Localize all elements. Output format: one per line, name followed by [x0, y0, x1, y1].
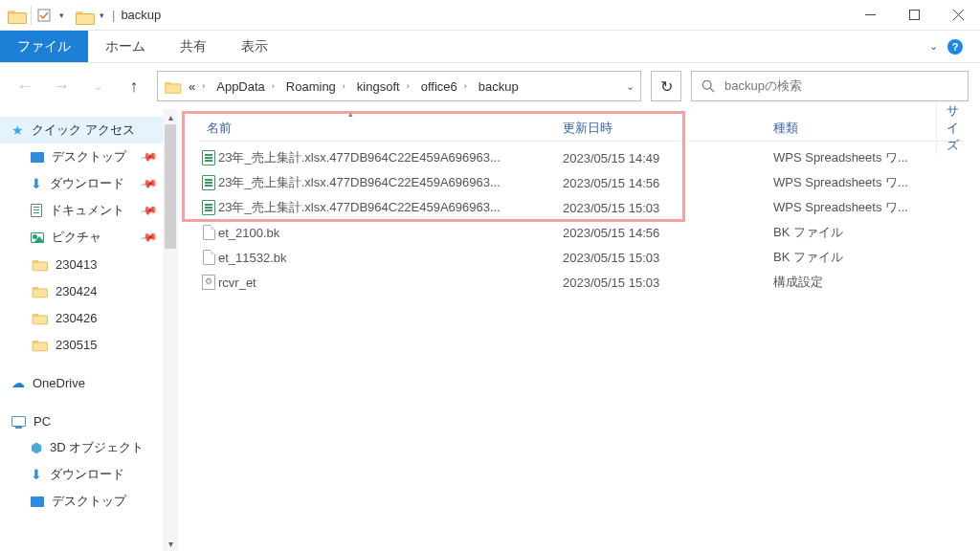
sort-indicator-icon: ▴: [341, 109, 360, 117]
nav-forward-button[interactable]: →: [48, 73, 75, 99]
downloads-icon: ⬇: [31, 467, 42, 482]
cube-icon: ⬢: [31, 440, 42, 455]
navbar: ← → ⌄ ↑ «› AppData› Roaming› kingsoft› o…: [0, 63, 980, 109]
folder-icon: [33, 339, 46, 349]
file-icon: [199, 250, 218, 265]
desktop-icon: [31, 496, 44, 507]
checkbox-icon[interactable]: [37, 9, 51, 22]
address-dropdown-icon[interactable]: ⌄: [626, 80, 635, 93]
sidebar-folder-1[interactable]: 230424: [0, 277, 177, 304]
file-type: 構成設定: [773, 274, 936, 291]
file-name: et_11532.bk: [218, 251, 563, 265]
address-folder-icon: [165, 80, 179, 92]
sidebar-downloads-2[interactable]: ⬇ダウンロード: [0, 461, 177, 488]
ribbon-file-tab[interactable]: ファイル: [0, 31, 88, 62]
ribbon-tab-view[interactable]: 表示: [224, 31, 285, 62]
svg-line-6: [710, 88, 714, 92]
file-date: 2023/05/15 14:56: [563, 226, 716, 240]
file-row[interactable]: et_2100.bk2023/05/15 14:56BK ファイル: [199, 220, 965, 245]
cloud-icon: ☁: [11, 375, 25, 390]
folder-icon: [33, 312, 46, 322]
file-date: 2023/05/15 15:03: [563, 276, 716, 290]
breadcrumb-backup[interactable]: backup: [475, 79, 523, 94]
documents-icon: [31, 204, 42, 217]
scroll-thumb[interactable]: [165, 124, 176, 249]
folder-icon: [33, 285, 46, 296]
folder-icon: [33, 258, 46, 269]
help-icon[interactable]: ?: [947, 39, 963, 55]
sidebar-desktop[interactable]: デスクトップ📌: [0, 143, 177, 170]
pin-icon: 📌: [139, 174, 158, 193]
file-row[interactable]: et_11532.bk2023/05/15 15:03BK ファイル: [199, 245, 965, 270]
maximize-button[interactable]: [892, 0, 936, 30]
breadcrumb-appdata[interactable]: AppData›: [212, 79, 278, 94]
breadcrumb-roaming[interactable]: Roaming›: [282, 79, 349, 94]
titlebar: ▾ ▾ | backup: [0, 0, 980, 31]
nav-history-dropdown[interactable]: ⌄: [84, 73, 111, 99]
file-row[interactable]: rcvr_et2023/05/15 15:03構成設定: [199, 270, 965, 295]
scroll-up-icon[interactable]: ▴: [163, 109, 178, 124]
pin-icon: 📌: [139, 228, 158, 247]
close-button[interactable]: [936, 0, 980, 30]
file-type: BK ファイル: [773, 249, 936, 266]
file-name: rcvr_et: [218, 276, 563, 290]
breadcrumb-office6[interactable]: office6›: [417, 79, 471, 94]
pictures-icon: [31, 232, 44, 243]
qat-customize[interactable]: ▾: [97, 11, 106, 20]
pc-icon: [11, 416, 26, 427]
qat-dropdown-icon[interactable]: ▾: [56, 11, 66, 20]
sidebar-documents[interactable]: ドキュメント📌: [0, 197, 177, 224]
column-size[interactable]: サイズ: [936, 102, 965, 154]
nav-up-button[interactable]: ↑: [121, 73, 147, 99]
desktop-icon: [31, 152, 44, 163]
file-type: WPS Spreadsheets ワ...: [773, 199, 936, 216]
window-folder-icon: [8, 9, 25, 22]
sidebar-folder-2[interactable]: 230426: [0, 304, 177, 331]
file-type: WPS Spreadsheets ワ...: [773, 149, 936, 166]
qat-divider: [31, 6, 32, 25]
nav-back-button[interactable]: ←: [11, 73, 38, 99]
search-box[interactable]: backupの検索: [691, 71, 969, 101]
downloads-icon: ⬇: [31, 176, 42, 191]
ribbon-tab-home[interactable]: ホーム: [88, 31, 163, 62]
breadcrumb-kingsoft[interactable]: kingsoft›: [353, 79, 413, 94]
title-folder-icon: [76, 10, 91, 21]
sidebar-desktop-2[interactable]: デスクトップ: [0, 488, 177, 515]
sidebar-onedrive[interactable]: ☁OneDrive: [0, 369, 177, 396]
sidebar-folder-0[interactable]: 230413: [0, 251, 177, 277]
search-placeholder: backupの検索: [724, 77, 802, 95]
cfg-icon: [199, 275, 218, 290]
pin-icon: 📌: [139, 201, 158, 220]
sidebar-3d-objects[interactable]: ⬢3D オブジェクト: [0, 434, 177, 461]
svg-rect-0: [38, 10, 50, 21]
file-name: et_2100.bk: [218, 226, 563, 240]
svg-point-5: [702, 80, 711, 89]
scroll-down-icon[interactable]: ▾: [163, 536, 178, 551]
annotation-highlight: [182, 111, 685, 222]
file-icon: [199, 225, 218, 240]
ribbon: ファイル ホーム 共有 表示 ⌄ ?: [0, 31, 980, 63]
star-icon: ★: [11, 122, 24, 138]
file-type: BK ファイル: [773, 224, 936, 241]
sidebar-pc[interactable]: PC: [0, 408, 177, 434]
breadcrumb-start[interactable]: «›: [185, 79, 209, 94]
title-separator: |: [112, 8, 115, 22]
collapse-ribbon-icon[interactable]: ⌄: [929, 40, 938, 53]
file-listing: ▴ 名前 更新日時 種類 サイズ 23年_売上集計.xlsx.477DB964C…: [178, 109, 980, 551]
sidebar-scrollbar[interactable]: ▴ ▾: [163, 109, 178, 551]
svg-rect-2: [909, 11, 919, 20]
minimize-button[interactable]: [848, 0, 892, 30]
refresh-button[interactable]: ↻: [651, 71, 681, 101]
column-type[interactable]: 種類: [773, 120, 936, 137]
sidebar-downloads[interactable]: ⬇ダウンロード📌: [0, 170, 177, 197]
ribbon-tab-share[interactable]: 共有: [163, 31, 224, 62]
search-icon: [702, 79, 715, 93]
sidebar-folder-3[interactable]: 230515: [0, 331, 177, 358]
file-type: WPS Spreadsheets ワ...: [773, 174, 936, 191]
sidebar-quick-access[interactable]: ★クイック アクセス: [0, 117, 177, 143]
sidebar: ★クイック アクセス デスクトップ📌 ⬇ダウンロード📌 ドキュメント📌 ピクチャ…: [0, 109, 178, 551]
address-bar[interactable]: «› AppData› Roaming› kingsoft› office6› …: [157, 71, 641, 101]
sidebar-pictures[interactable]: ピクチャ📌: [0, 224, 177, 251]
file-date: 2023/05/15 15:03: [563, 251, 716, 265]
window-title: backup: [121, 8, 161, 22]
